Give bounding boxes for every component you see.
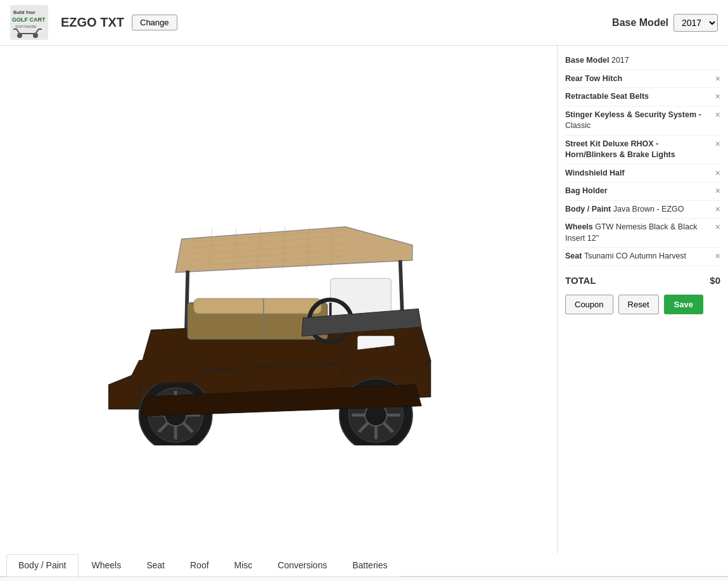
option-row: Retractable Seat Belts× [565,88,720,106]
svg-text:Build Your: Build Your [13,10,35,15]
option-key: Retractable Seat Belts [565,92,649,101]
options-panel: Base Model 2017Rear Tow Hitch×Retractabl… [557,46,728,554]
total-value: $0 [710,275,720,286]
option-row: Base Model 2017 [565,52,720,70]
cart-image [13,58,544,541]
tab-body-paint[interactable]: Body / Paint [6,554,79,577]
remove-option-button[interactable]: × [713,222,720,232]
svg-text:SOFTWARE: SOFTWARE [15,25,37,29]
remove-option-button[interactable]: × [713,91,720,101]
main-container: Base Model 2017Rear Tow Hitch×Retractabl… [0,46,728,554]
tab-roof[interactable]: Roof [178,554,221,577]
option-key: Rear Tow Hitch [565,74,622,83]
option-row: Seat Tsunami CO Autumn Harvest× [565,248,720,266]
tab-seat[interactable]: Seat [134,554,177,577]
coupon-button[interactable]: Coupon [565,295,613,314]
total-row: TOTAL $0 [565,266,720,292]
change-button[interactable]: Change [132,15,177,30]
remove-option-button[interactable]: × [713,110,720,120]
option-row: Windshield Half× [565,165,720,183]
remove-option-button[interactable]: × [713,139,720,149]
option-key: Wheels [565,222,595,231]
remove-option-button[interactable]: × [713,73,720,84]
option-row: Bag Holder× [565,182,720,201]
remove-option-button[interactable]: × [713,168,720,178]
cart-area [0,46,557,554]
base-model-label: Base Model [612,17,668,29]
svg-rect-9 [193,298,321,314]
cart-svg [89,154,469,445]
option-row: Body / Paint Java Brown - EZGO× [565,201,720,219]
option-key: Windshield Half [565,169,625,177]
option-text: Rear Tow Hitch [565,73,713,85]
options-list: Base Model 2017Rear Tow Hitch×Retractabl… [565,52,720,266]
tab-misc[interactable]: Misc [222,554,265,577]
save-button[interactable]: Save [664,295,703,314]
tab-batteries[interactable]: Batteries [340,554,399,577]
base-model-area: Base Model 2017 2018 2019 2020 [612,14,718,32]
option-key: Bag Holder [565,186,608,195]
model-name: EZGO TXT [61,15,124,30]
option-text: Base Model 2017 [565,55,720,67]
option-key: Body / Paint [565,205,613,214]
option-key: Seat [565,252,584,260]
header: Build Your GOLF CART SOFTWARE EZGO TXT C… [0,0,728,46]
option-text: Windshield Half [565,168,713,179]
reset-button[interactable]: Reset [618,295,659,314]
option-row: Rear Tow Hitch× [565,70,720,89]
action-buttons: Coupon Reset Save [565,292,720,317]
logo-icon: Build Your GOLF CART SOFTWARE [10,5,48,40]
option-text: Seat Tsunami CO Autumn Harvest [565,251,713,262]
remove-option-button[interactable]: × [713,251,720,261]
option-row: Stinger Keyless & Security System - Clas… [565,106,720,136]
option-row: Wheels GTW Nemesis Black & Black Insert … [565,219,720,248]
svg-text:GOLF CART: GOLF CART [12,16,46,23]
tab-conversions[interactable]: Conversions [265,554,339,577]
total-label: TOTAL [565,275,596,286]
option-text: Body / Paint Java Brown - EZGO [565,204,713,215]
option-text: Bag Holder [565,186,713,197]
tabs-bar: Body / PaintWheelsSeatRoofMiscConversion… [0,554,728,577]
option-text: Retractable Seat Belts [565,91,713,103]
option-row: Street Kit Deluxe RHOX - Horn/Blinkers &… [565,136,720,165]
remove-option-button[interactable]: × [713,204,720,214]
option-text: Wheels GTW Nemesis Black & Black Insert … [565,222,713,244]
remove-option-button[interactable]: × [713,186,720,196]
option-text: Stinger Keyless & Security System - Clas… [565,110,713,132]
color-grid [0,577,728,581]
year-select[interactable]: 2017 2018 2019 2020 [674,14,718,32]
option-key: Street Kit Deluxe RHOX - Horn/Blinkers &… [565,139,675,160]
tab-wheels[interactable]: Wheels [80,554,134,577]
logo-area: Build Your GOLF CART SOFTWARE [10,5,48,40]
option-key: Base Model [565,56,611,65]
option-key: Stinger Keyless & Security System - [565,110,701,119]
option-text: Street Kit Deluxe RHOX - Horn/Blinkers &… [565,139,713,161]
